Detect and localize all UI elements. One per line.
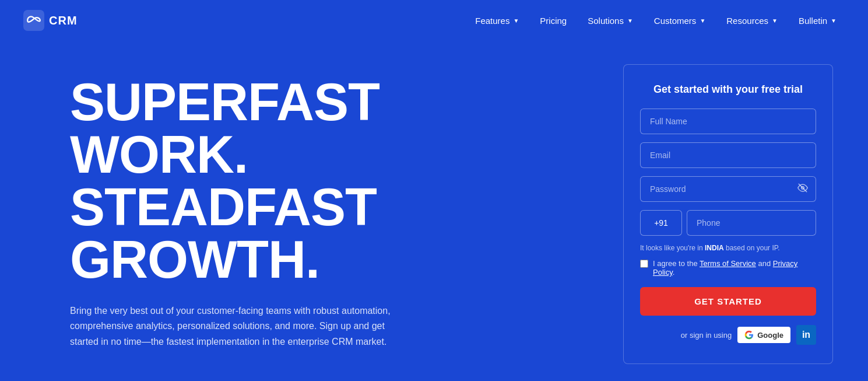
nav-item-customers[interactable]: Customers ▼: [646, 11, 714, 30]
password-group: [640, 176, 816, 202]
ip-notice: It looks like you're in INDIA based on y…: [640, 244, 816, 252]
signup-form-card: Get started with your free trial: [623, 64, 833, 364]
terms-of-service-link[interactable]: Terms of Service: [700, 259, 756, 268]
form-title: Get started with your free trial: [640, 83, 816, 96]
chevron-down-icon: ▼: [772, 18, 778, 24]
terms-row: I agree to the Terms of Service and Priv…: [640, 259, 816, 277]
full-name-input[interactable]: [640, 109, 816, 134]
svg-rect-0: [23, 10, 44, 31]
google-signin-button[interactable]: Google: [737, 327, 790, 343]
google-label: Google: [757, 331, 783, 340]
phone-code-input[interactable]: [640, 210, 682, 236]
nav-item-features[interactable]: Features ▼: [467, 11, 527, 30]
google-icon: [744, 330, 754, 340]
nav-links: Features ▼ Pricing Solutions ▼ Customers…: [467, 11, 845, 30]
email-input[interactable]: [640, 142, 816, 168]
social-signin-label: or sign in using: [681, 331, 732, 340]
hero-section: SUPERFAST WORK. STEADFAST GROWTH. Bring …: [0, 41, 868, 381]
hero-subtext: Bring the very best out of your customer…: [70, 303, 402, 349]
linkedin-signin-button[interactable]: in: [796, 325, 816, 345]
navbar: CRM Features ▼ Pricing Solutions ▼ Custo…: [0, 0, 868, 41]
chevron-down-icon: ▼: [700, 18, 705, 24]
social-signin: or sign in using Google in: [640, 325, 816, 345]
full-name-group: [640, 109, 816, 134]
logo[interactable]: CRM: [23, 10, 78, 31]
terms-checkbox[interactable]: [640, 260, 648, 268]
eye-icon[interactable]: [797, 183, 808, 195]
chevron-down-icon: ▼: [513, 18, 519, 24]
email-group: [640, 142, 816, 168]
phone-group: [640, 210, 816, 236]
password-input[interactable]: [640, 176, 816, 202]
nav-item-pricing[interactable]: Pricing: [532, 11, 575, 30]
get-started-button[interactable]: GET STARTED: [640, 287, 816, 316]
brand-name: CRM: [49, 14, 78, 27]
hero-headline: SUPERFAST WORK. STEADFAST GROWTH.: [70, 76, 478, 286]
nav-item-solutions[interactable]: Solutions ▼: [579, 11, 641, 30]
linkedin-label: in: [802, 330, 810, 340]
logo-icon: [23, 10, 44, 31]
hero-left: SUPERFAST WORK. STEADFAST GROWTH. Bring …: [70, 64, 478, 349]
nav-item-bulletin[interactable]: Bulletin ▼: [790, 11, 845, 30]
phone-input[interactable]: [687, 210, 816, 236]
nav-item-resources[interactable]: Resources ▼: [718, 11, 786, 30]
chevron-down-icon: ▼: [627, 18, 633, 24]
chevron-down-icon: ▼: [831, 18, 837, 24]
